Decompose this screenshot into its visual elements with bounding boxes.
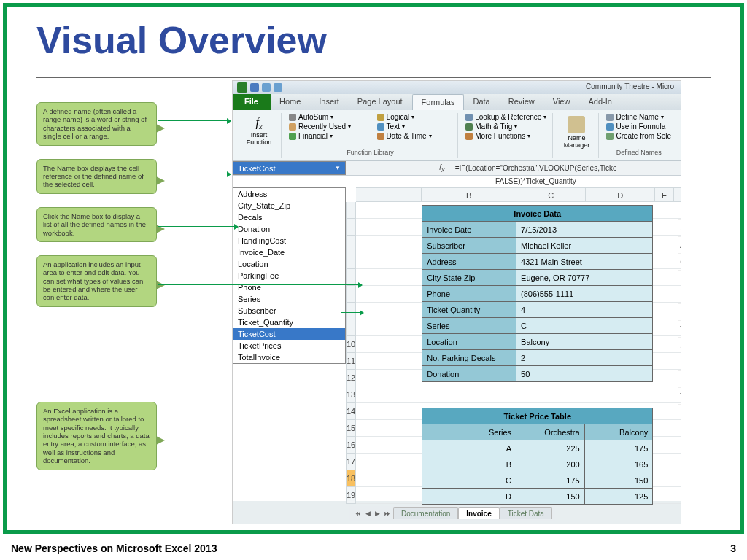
name-option[interactable]: Donation	[233, 223, 345, 235]
row-header[interactable]: 18	[346, 470, 356, 487]
insert-function-button[interactable]: fx Insert Function	[243, 113, 275, 147]
invoice-label[interactable]: Ticket Quantity	[422, 302, 516, 318]
quick-access-toolbar[interactable]: Community Theatre - Micro	[233, 81, 681, 94]
sheet-tab-bar[interactable]: ⏮ ◀ ▶ ⏭ Documentation Invoice Ticket Dat…	[349, 506, 555, 521]
invoice-label[interactable]: No. Parking Decals	[422, 350, 516, 366]
save-icon[interactable]	[250, 83, 259, 92]
fx-icon[interactable]: fx	[433, 163, 451, 174]
row-header[interactable]: 13	[346, 386, 356, 403]
price-series[interactable]: C	[422, 472, 516, 489]
price-orchestra[interactable]: 200	[516, 456, 585, 472]
recent-button[interactable]: Recently Used▾	[289, 122, 371, 131]
tab-review[interactable]: Review	[500, 94, 544, 110]
logical-button[interactable]: Logical▾	[377, 113, 452, 121]
use-in-formula-button[interactable]: Use in Formula	[606, 122, 671, 131]
math-button[interactable]: Math & Trig▾	[465, 122, 546, 131]
sheet-nav-prev-icon[interactable]: ◀	[363, 510, 373, 517]
name-option[interactable]: Location	[233, 258, 345, 270]
ribbon-tab-bar[interactable]: File Home Insert Page Layout Formulas Da…	[233, 94, 681, 110]
text-button[interactable]: Text▾	[377, 122, 452, 131]
col-header-b[interactable]: B	[422, 187, 516, 202]
name-option[interactable]: Ticket_Quantity	[233, 316, 345, 328]
col-header-c[interactable]: C	[516, 187, 586, 202]
defined-names-dropdown[interactable]: AddressCity_State_ZipDecalsDonationHandl…	[233, 187, 346, 364]
invoice-label[interactable]: Location	[422, 334, 516, 350]
name-option[interactable]: Series	[233, 293, 345, 305]
invoice-value[interactable]: 2	[516, 350, 653, 366]
col-header-d[interactable]: D	[586, 187, 655, 202]
tab-formulas[interactable]: Formulas	[412, 94, 465, 110]
invoice-label[interactable]: Phone	[422, 286, 516, 302]
invoice-label[interactable]: Series	[422, 318, 516, 334]
invoice-label[interactable]: City State Zip	[422, 270, 516, 286]
name-option[interactable]: Invoice_Date	[233, 246, 345, 258]
invoice-value[interactable]: 4321 Main Street	[516, 254, 653, 270]
name-option[interactable]: City_State_Zip	[233, 200, 345, 211]
invoice-value[interactable]: Balcony	[516, 334, 653, 350]
tab-addins[interactable]: Add-In	[579, 94, 621, 110]
sheet-nav-next-icon[interactable]: ▶	[373, 510, 382, 517]
sheet-tab-documentation[interactable]: Documentation	[393, 508, 458, 519]
invoice-value[interactable]: 50	[516, 366, 653, 382]
price-orchestra[interactable]: 225	[516, 440, 585, 456]
row-header[interactable]: 14	[346, 403, 356, 420]
name-option[interactable]: TotalInvoice	[233, 351, 345, 363]
formula-bar[interactable]: =IF(Location="Orchestra",VLOOKUP(Series,…	[451, 164, 681, 172]
price-balcony[interactable]: 165	[584, 456, 653, 472]
price-balcony[interactable]: 125	[584, 489, 653, 505]
more-fn-button[interactable]: More Functions▾	[465, 132, 546, 140]
sheet-tab-invoice[interactable]: Invoice	[458, 508, 499, 519]
name-option[interactable]: ParkingFee	[233, 270, 345, 281]
row-header[interactable]: 19	[346, 487, 356, 504]
tab-file[interactable]: File	[233, 94, 271, 110]
price-series[interactable]: B	[422, 456, 516, 472]
redo-icon[interactable]	[274, 83, 282, 92]
tab-data[interactable]: Data	[464, 94, 499, 110]
create-from-selection-button[interactable]: Create from Sele	[606, 132, 671, 140]
ticket-price-table[interactable]: Ticket Price Table Series Orchestra Balc…	[422, 408, 653, 505]
name-option[interactable]: HandlingCost	[233, 235, 345, 246]
invoice-value[interactable]: (806)555-1111	[516, 286, 653, 302]
tab-insert[interactable]: Insert	[310, 94, 349, 110]
price-series[interactable]: D	[422, 489, 516, 505]
price-series[interactable]: A	[422, 440, 516, 456]
name-option[interactable]: TicketPrices	[233, 340, 345, 351]
invoice-label[interactable]: Subscriber	[422, 238, 516, 254]
name-option[interactable]: TicketCost	[233, 328, 345, 340]
undo-icon[interactable]	[262, 83, 271, 92]
invoice-data-table[interactable]: Invoice Data Invoice Date7/15/2013Subscr…	[422, 205, 653, 382]
financial-button[interactable]: Financial▾	[289, 132, 371, 140]
name-box[interactable]: TicketCost▼	[233, 161, 346, 175]
lookup-button[interactable]: Lookup & Reference▾	[465, 113, 546, 121]
col-header-e[interactable]: E	[655, 187, 674, 202]
invoice-value[interactable]: Eugene, OR 70777	[516, 270, 653, 286]
price-orchestra[interactable]: 175	[516, 472, 585, 489]
datetime-button[interactable]: Date & Time▾	[377, 132, 452, 140]
tab-view[interactable]: View	[544, 94, 580, 110]
invoice-value[interactable]: 4	[516, 302, 653, 318]
name-option[interactable]: Decals	[233, 211, 345, 223]
invoice-value[interactable]: 7/15/2013	[516, 222, 653, 238]
autosum-button[interactable]: AutoSum▾	[289, 113, 371, 121]
invoice-label[interactable]: Invoice Date	[422, 222, 516, 238]
sheet-nav-first-icon[interactable]: ⏮	[352, 510, 363, 517]
invoice-value[interactable]: C	[516, 318, 653, 334]
name-option[interactable]: Phone	[233, 281, 345, 293]
row-header[interactable]: 12	[346, 370, 356, 386]
tab-home[interactable]: Home	[271, 94, 310, 110]
row-header[interactable]: 10	[346, 336, 356, 353]
sheet-tab-ticket-data[interactable]: Ticket Data	[500, 508, 552, 519]
invoice-label[interactable]: Address	[422, 254, 516, 270]
row-header[interactable]: 11	[346, 353, 356, 370]
invoice-label[interactable]: Donation	[422, 366, 516, 382]
sheet-nav-last-icon[interactable]: ⏭	[382, 510, 393, 517]
price-balcony[interactable]: 150	[584, 472, 653, 489]
col-header-f[interactable]: F	[674, 187, 681, 202]
row-header[interactable]: 15	[346, 420, 356, 437]
define-name-button[interactable]: Define Name▾	[606, 113, 671, 121]
name-manager-button[interactable]: Name Manager	[560, 113, 592, 149]
name-option[interactable]: Address	[233, 188, 345, 200]
invoice-value[interactable]: Michael Keller	[516, 238, 653, 254]
row-header[interactable]: 17	[346, 454, 356, 470]
name-box-dropdown-icon[interactable]: ▼	[335, 165, 341, 171]
